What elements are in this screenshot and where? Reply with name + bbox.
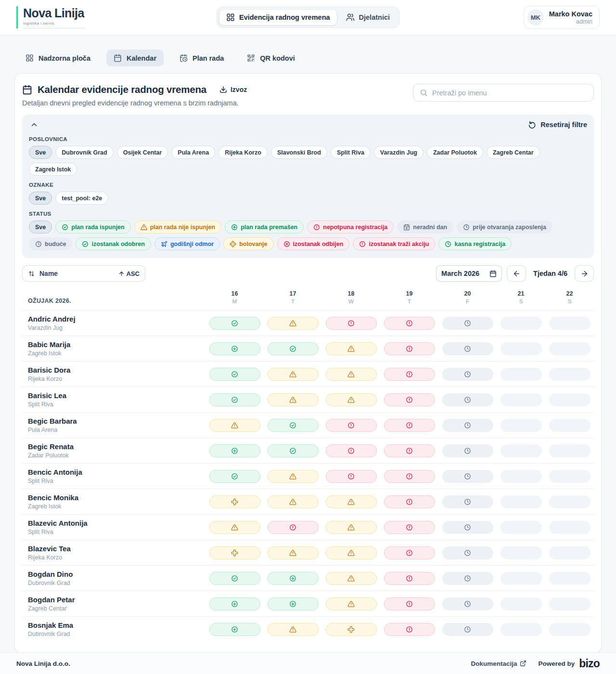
day-cell-alert[interactable] [384, 444, 435, 457]
day-cell-warn[interactable] [326, 495, 377, 508]
filter-chip-varazdin-jug[interactable]: Varazdin Jug [374, 146, 424, 159]
day-cell-ok[interactable] [209, 393, 260, 406]
day-cell-future[interactable] [442, 597, 493, 610]
day-cell-over[interactable] [209, 444, 260, 457]
filter-chip-izostanak-odbijen[interactable]: izostanak odbijen [277, 237, 350, 250]
filter-chip-neradni-dan[interactable]: neradni dan [397, 220, 453, 233]
filter-chip-zagreb-centar[interactable]: Zagreb Centar [487, 146, 540, 159]
tab-plan-rada[interactable]: Plan rada [172, 50, 231, 66]
employee-cell[interactable]: Blazevic AntonijaSplit Riva [22, 519, 205, 535]
day-cell-alert[interactable] [384, 546, 435, 559]
day-cell-alert[interactable] [384, 317, 435, 330]
day-cell-ok[interactable] [209, 317, 260, 330]
user-menu[interactable]: MK Marko Kovac admin [524, 6, 600, 29]
employee-cell[interactable]: Barisic LeaSplit Riva [22, 391, 205, 408]
employee-cell[interactable]: Bencic AntonijaSplit Riva [22, 468, 205, 484]
day-cell-future[interactable] [442, 368, 493, 381]
day-cell-warn[interactable] [326, 597, 377, 610]
sort-direction[interactable]: ASC [118, 270, 140, 277]
day-cell-alert[interactable] [384, 342, 435, 355]
filter-chip-zadar-poluotok[interactable]: Zadar Poluotok [427, 146, 483, 159]
export-button[interactable]: Izvoz [219, 86, 247, 93]
day-cell-alert[interactable] [326, 317, 377, 330]
filter-chip-pula-arena[interactable]: Pula Arena [171, 146, 215, 159]
day-cell-warn[interactable] [268, 393, 319, 406]
day-cell-over[interactable] [268, 597, 319, 610]
day-cell-future[interactable] [442, 521, 493, 534]
day-cell-warn[interactable] [268, 368, 319, 381]
month-picker[interactable]: March 2026 [436, 265, 502, 282]
filter-chip-zagreb-istok[interactable]: Zagreb Istok [29, 163, 77, 176]
day-cell-alert[interactable] [326, 444, 377, 457]
docs-link[interactable]: Dokumentacija [471, 660, 526, 667]
filter-chip-plan-rada-nije-ispunjen[interactable]: plan rada nije ispunjen [134, 220, 221, 233]
tab-nadzorna-plo-a[interactable]: Nadzorna ploča [18, 50, 98, 66]
filter-chip-izostanak-odobren[interactable]: izostanak odobren [76, 237, 151, 250]
day-cell-alert[interactable] [384, 597, 435, 610]
day-cell-ok[interactable] [268, 419, 319, 432]
day-cell-alert[interactable] [384, 521, 435, 534]
day-cell-future[interactable] [442, 572, 493, 585]
filter-chip-godi-nji-odmor[interactable]: godišnji odmor [154, 237, 220, 250]
day-cell-warn[interactable] [326, 521, 377, 534]
day-cell-ok[interactable] [209, 572, 260, 585]
day-cell-warn[interactable] [268, 495, 319, 508]
filter-chip-nepotpuna-registracija[interactable]: nepotpuna registracija [307, 220, 394, 233]
filter-chip-izostanak-tra-i-akciju[interactable]: izostanak traži akciju [353, 237, 435, 250]
day-cell-warn[interactable] [209, 521, 260, 534]
day-cell-future[interactable] [442, 546, 493, 559]
day-cell-ok[interactable] [268, 444, 319, 457]
day-cell-sick[interactable] [326, 623, 377, 636]
day-cell-future[interactable] [442, 342, 493, 355]
employee-cell[interactable]: Babic MarijaZagreb Istok [22, 340, 205, 357]
day-cell-warn[interactable] [326, 572, 377, 585]
employee-cell[interactable]: Bogdan PetarZagreb Centar [22, 596, 205, 612]
employee-cell[interactable]: Bosnjak EmaDubrovnik Grad [22, 621, 205, 637]
day-cell-alert[interactable] [384, 419, 435, 432]
day-cell-warn[interactable] [326, 546, 377, 559]
day-cell-warn[interactable] [209, 419, 260, 432]
filter-chip-prije-otvaranja-zaposlenja[interactable]: prije otvaranja zaposlenja [457, 220, 552, 233]
day-cell-alert[interactable] [384, 572, 435, 585]
day-cell-sick[interactable] [209, 495, 260, 508]
tab-kalendar[interactable]: Kalendar [106, 50, 164, 66]
next-week-button[interactable] [575, 265, 594, 282]
header-nav-djelatnici[interactable]: Djelatnici [339, 9, 397, 26]
tab-qr-kodovi[interactable]: QR kodovi [240, 50, 302, 66]
day-cell-warn[interactable] [268, 317, 319, 330]
filter-chip-sve[interactable]: Sve [29, 192, 52, 205]
filter-chip-slavonski-brod[interactable]: Slavonski Brod [271, 146, 327, 159]
collapse-filters-button[interactable] [29, 119, 39, 130]
employee-cell[interactable]: Blazevic TeaRijeka Korzo [22, 544, 205, 561]
employee-cell[interactable]: Begic BarbaraPula Arena [22, 417, 205, 433]
day-cell-warn[interactable] [326, 393, 377, 406]
day-cell-ok[interactable] [209, 368, 260, 381]
filter-chip-rijeka-korzo[interactable]: Rijeka Korzo [218, 146, 268, 159]
day-cell-future[interactable] [442, 419, 493, 432]
day-cell-sick[interactable] [209, 546, 260, 559]
day-cell-future[interactable] [442, 393, 493, 406]
day-cell-over[interactable] [209, 597, 260, 610]
day-cell-future[interactable] [442, 444, 493, 457]
day-cell-alert[interactable] [326, 470, 377, 483]
filter-chip-sve[interactable]: Sve [29, 146, 52, 159]
search-input[interactable] [432, 89, 587, 97]
day-cell-warn[interactable] [268, 546, 319, 559]
day-cell-over[interactable] [209, 623, 260, 636]
employee-cell[interactable]: Bogdan DinoDubrovnik Grad [22, 570, 205, 586]
sort-control[interactable]: Name ASC [22, 265, 145, 282]
employee-cell[interactable]: Barisic DoraRijeka Korzo [22, 366, 205, 382]
day-cell-over[interactable] [268, 572, 319, 585]
day-cell-alert[interactable] [384, 393, 435, 406]
filter-chip-kasna-registracija[interactable]: kasna registracija [438, 237, 512, 250]
day-cell-alert[interactable] [384, 623, 435, 636]
filter-chip-test-pool-e2e[interactable]: test_pool: e2e [55, 192, 108, 205]
day-cell-alert[interactable] [384, 470, 435, 483]
day-cell-warn[interactable] [268, 623, 319, 636]
day-cell-alert[interactable] [384, 495, 435, 508]
filter-chip-budu-e[interactable]: buduće [29, 237, 72, 250]
day-cell-alert[interactable] [326, 419, 377, 432]
prev-week-button[interactable] [507, 265, 526, 282]
employee-cell[interactable]: Andric AndrejVarazdin Jug [22, 315, 205, 331]
employee-cell[interactable]: Begic RenataZadar Poluotok [22, 442, 205, 459]
